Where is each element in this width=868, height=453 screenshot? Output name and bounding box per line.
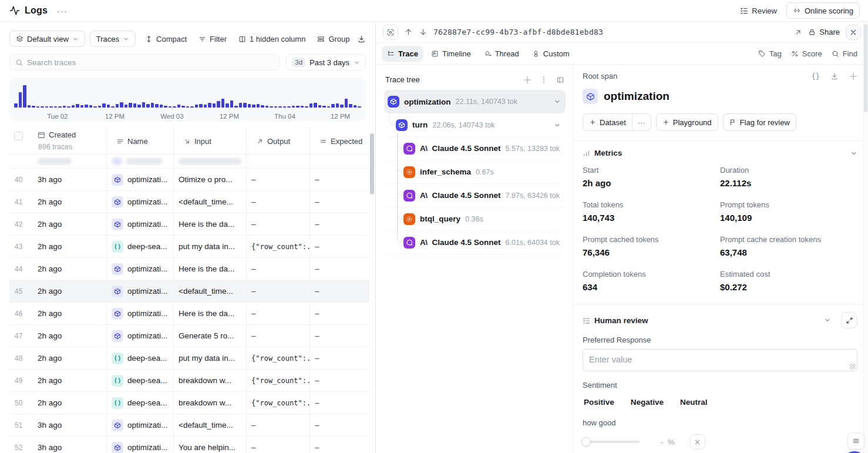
column-header-output[interactable]: Output [267,137,290,146]
column-header-expected[interactable]: Expected [331,137,362,146]
panel-layout-icon[interactable] [556,76,564,84]
histogram-bar[interactable] [221,99,225,108]
histogram-bar[interactable] [36,106,40,108]
histogram-bar[interactable] [169,106,172,108]
histogram-bar[interactable] [257,104,260,108]
tree-node-btql-query[interactable]: btql_query0.36s [384,207,566,231]
tree-node-claude-4-5-sonnet[interactable]: A\Claude 4.5 Sonnet5.57s, 13283 tok [384,137,566,160]
histogram-bar[interactable] [186,106,190,108]
histogram-bar[interactable] [305,106,308,108]
slider-thumb[interactable] [581,437,591,447]
column-header-name[interactable]: Name [127,137,148,146]
histogram-bar[interactable] [283,106,287,108]
tree-node-infer-schema[interactable]: infer_schema0.67s [384,160,566,184]
histogram-bar[interactable] [58,106,62,108]
close-panel-button[interactable] [846,25,861,40]
next-trace-button[interactable] [419,28,428,36]
table-row[interactable]: 462h agooptimizati...Here is the da...–– [9,303,369,325]
view-selector[interactable]: Default view [9,31,85,47]
histogram-bar[interactable] [252,105,255,108]
preferred-response-input[interactable]: Enter value [583,349,857,371]
kebab-menu-icon[interactable] [540,76,548,84]
histogram-bar[interactable] [177,105,181,108]
expand-review-button[interactable] [841,312,857,328]
table-row[interactable]: 502h ago()deep-sea...breakdown w...{"row… [9,392,369,414]
histogram-bar[interactable] [133,103,137,108]
filter-button[interactable]: Filter [194,32,231,46]
histogram-bar[interactable] [160,105,163,108]
tree-node-optimization[interactable]: optimization22.11s, 140743 tok [384,90,566,113]
histogram-bar[interactable] [142,102,146,108]
select-all-checkbox[interactable] [14,132,23,140]
histogram-bar[interactable] [80,105,84,108]
histogram-bar[interactable] [265,106,269,108]
trace-volume-histogram[interactable]: Tue 0212 PMWed 0312 PMThu 0412 PM [9,78,366,121]
table-row[interactable]: 452h agooptimizati...<default_time...–– [9,280,369,303]
histogram-bar[interactable] [85,105,88,108]
tab-trace[interactable]: Trace [382,46,423,62]
online-scoring-button[interactable]: Online scoring [786,2,860,19]
traces-selector[interactable]: Traces [90,31,136,47]
chevron-down-icon[interactable] [554,122,561,129]
resize-grip[interactable] [850,364,856,370]
histogram-bar[interactable] [14,103,18,108]
histogram-bar[interactable] [102,103,106,108]
histogram-bar[interactable] [327,106,331,108]
tree-node-claude-4-5-sonnet[interactable]: A\Claude 4.5 Sonnet7.87s, 63426 tok [384,184,566,207]
table-row[interactable]: 403h agooptimizati...Otimize o pro...–– [9,169,369,191]
histogram-bar[interactable] [181,106,185,108]
chevron-down-icon[interactable] [824,317,831,324]
histogram-bar[interactable] [195,105,199,108]
histogram-bar[interactable] [23,85,26,108]
histogram-bar[interactable] [111,106,115,108]
histogram-bar[interactable] [45,106,49,108]
histogram-bar[interactable] [248,104,251,108]
histogram-bar[interactable] [89,105,93,108]
hidden-columns-button[interactable]: 1 hidden column [234,32,310,46]
group-button[interactable]: Group [312,32,354,46]
previous-trace-button[interactable] [404,28,413,36]
histogram-bar[interactable] [314,103,317,108]
histogram-bar[interactable] [358,106,361,108]
histogram-bar[interactable] [213,103,216,108]
histogram-bar[interactable] [129,103,132,108]
histogram-bar[interactable] [173,106,176,108]
tree-node-turn[interactable]: turn22.06s, 140743 tok [384,113,566,137]
histogram-bar[interactable] [270,106,273,108]
histogram-bar[interactable] [164,106,167,108]
histogram-bar[interactable] [274,106,278,108]
table-row[interactable]: 412h agooptimizati...<default_time...–– [9,191,369,213]
open-fullscreen-button[interactable] [794,28,802,36]
move-span-icon[interactable] [849,72,857,80]
table-row[interactable]: 472h agooptimizati...Generate 5 ro...–– [9,325,369,347]
histogram-bar[interactable] [146,104,150,108]
dataset-more-button[interactable]: ··· [632,114,651,130]
histogram-bar[interactable] [67,106,70,108]
review-button[interactable]: Review [735,4,782,18]
histogram-bar[interactable] [340,105,344,108]
add-to-dataset-button[interactable]: Dataset [583,114,632,130]
sentiment-option-positive[interactable]: Positive [584,398,614,407]
sentiment-option-neutral[interactable]: Neutral [680,398,708,407]
json-view-icon[interactable]: {} [812,72,820,80]
search-input[interactable] [27,58,274,67]
histogram-bar[interactable] [155,104,159,108]
histogram-bar[interactable] [345,99,348,108]
download-span-icon[interactable] [830,72,839,80]
chevron-down-icon[interactable] [850,150,857,157]
metrics-section-header[interactable]: Metrics [583,141,857,165]
histogram-bar[interactable] [349,104,352,108]
score-button[interactable]: Score [786,47,827,61]
histogram-bar[interactable] [32,106,35,108]
playground-button[interactable]: Playground [656,113,718,131]
sentiment-option-negative[interactable]: Negative [631,398,664,407]
histogram-bar[interactable] [98,106,102,108]
histogram-bar[interactable] [120,102,123,108]
histogram-bar[interactable] [49,106,53,108]
histogram-bar[interactable] [239,103,243,108]
table-row[interactable]: 513h agooptimizati...<default_time...–– [9,414,369,437]
focus-span-button[interactable] [383,25,398,40]
table-row[interactable]: 482h ago()deep-sea...put my data in...{"… [9,347,369,370]
histogram-bar[interactable] [116,104,119,108]
histogram-bar[interactable] [354,105,357,108]
